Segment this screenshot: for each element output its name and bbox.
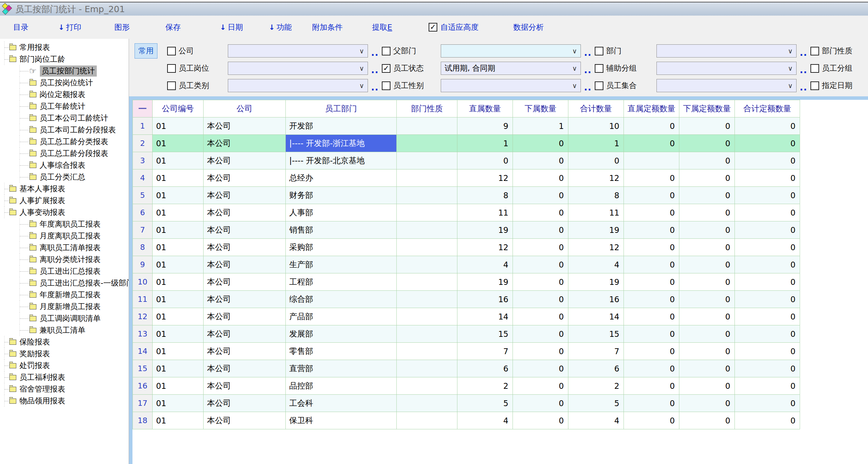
menu-item-5[interactable]: ↓日期 bbox=[220, 22, 243, 33]
filter-checkbox-r3c4[interactable] bbox=[810, 81, 819, 90]
cell-value-1[interactable]: 16 bbox=[457, 291, 513, 308]
row-number-cell[interactable]: 12 bbox=[133, 308, 153, 325]
cell-value-6[interactable]: 0 bbox=[735, 239, 800, 256]
cell-value-1[interactable]: 0 bbox=[457, 152, 513, 169]
cell-value-3[interactable]: 12 bbox=[568, 239, 624, 256]
cell-value-1[interactable]: 14 bbox=[457, 308, 513, 325]
tree-item-20[interactable]: 员工进出汇总报表 bbox=[0, 265, 129, 277]
cell-value-3[interactable]: 6 bbox=[568, 360, 624, 377]
tree-item-9[interactable]: 员工总工龄分类报表 bbox=[0, 136, 129, 148]
cell-value-2[interactable]: 0 bbox=[513, 343, 568, 360]
tree-item-18[interactable]: 离职员工清单报表 bbox=[0, 242, 129, 254]
cell-company-code[interactable]: 01 bbox=[153, 135, 204, 152]
cell-dept-nature[interactable] bbox=[397, 395, 457, 412]
row-number-cell[interactable]: 10 bbox=[133, 273, 153, 291]
cell-value-1[interactable]: 6 bbox=[457, 360, 513, 377]
tree-item-13[interactable]: 基本人事报表 bbox=[0, 183, 129, 195]
cell-value-6[interactable]: 0 bbox=[735, 169, 800, 187]
cell-company[interactable]: 本公司 bbox=[204, 412, 286, 429]
cell-value-1[interactable]: 12 bbox=[457, 169, 513, 187]
cell-value-3[interactable]: 12 bbox=[568, 169, 624, 187]
cell-value-6[interactable]: 0 bbox=[735, 412, 800, 429]
filter-checkbox-r3c3[interactable] bbox=[595, 81, 603, 90]
filter-checkbox-r1c2[interactable] bbox=[382, 47, 390, 55]
browse-dots-button[interactable]: .. bbox=[581, 44, 595, 58]
cell-department[interactable]: 保卫科 bbox=[286, 412, 397, 429]
cell-department[interactable]: 财务部 bbox=[286, 187, 397, 204]
cell-value-5[interactable]: 0 bbox=[679, 273, 735, 291]
cell-value-5[interactable]: 0 bbox=[679, 360, 735, 377]
cell-value-5[interactable]: 0 bbox=[679, 204, 735, 221]
cell-company-code[interactable]: 01 bbox=[153, 221, 204, 239]
cell-value-3[interactable]: 5 bbox=[568, 395, 624, 412]
row-number-cell[interactable]: 2 bbox=[133, 135, 153, 152]
cell-value-5[interactable]: 0 bbox=[679, 117, 735, 135]
cell-department[interactable]: 开发部 bbox=[286, 117, 397, 135]
cell-company[interactable]: 本公司 bbox=[204, 152, 286, 169]
cell-value-4[interactable]: 0 bbox=[624, 291, 679, 308]
cell-value-3[interactable]: 8 bbox=[568, 187, 624, 204]
cell-department[interactable]: 人事部 bbox=[286, 204, 397, 221]
tree-item-10[interactable]: 员工总工龄分段报表 bbox=[0, 148, 129, 159]
cell-value-5[interactable]: 0 bbox=[679, 239, 735, 256]
cell-company-code[interactable]: 01 bbox=[153, 343, 204, 360]
cell-value-4[interactable]: 0 bbox=[624, 325, 679, 343]
tree-item-19[interactable]: 离职分类统计报表 bbox=[0, 254, 129, 265]
cell-dept-nature[interactable] bbox=[397, 135, 457, 152]
cell-value-3[interactable]: 4 bbox=[568, 412, 624, 429]
cell-company-code[interactable]: 01 bbox=[153, 117, 204, 135]
cell-company-code[interactable]: 01 bbox=[153, 360, 204, 377]
cell-value-4[interactable]: 0 bbox=[624, 412, 679, 429]
cell-company-code[interactable]: 01 bbox=[153, 325, 204, 343]
filter-checkbox-r2c3[interactable] bbox=[595, 64, 603, 73]
cell-value-5[interactable]: 0 bbox=[679, 169, 735, 187]
cell-department[interactable]: 直营部 bbox=[286, 360, 397, 377]
adaptive-height-checkbox[interactable]: ✓ bbox=[429, 23, 437, 32]
tree-item-2[interactable]: 部门岗位工龄 bbox=[0, 53, 129, 65]
cell-value-4[interactable]: 0 bbox=[624, 169, 679, 187]
cell-value-2[interactable]: 0 bbox=[513, 273, 568, 291]
row-number-cell[interactable]: 4 bbox=[133, 169, 153, 187]
cell-dept-nature[interactable] bbox=[397, 291, 457, 308]
cell-value-6[interactable]: 0 bbox=[735, 256, 800, 273]
cell-dept-nature[interactable] bbox=[397, 256, 457, 273]
cell-value-6[interactable]: 0 bbox=[735, 360, 800, 377]
filter-dropdown-r2c3[interactable]: ∨ bbox=[656, 62, 797, 75]
cell-company[interactable]: 本公司 bbox=[204, 273, 286, 291]
cell-company[interactable]: 本公司 bbox=[204, 308, 286, 325]
row-number-cell[interactable]: 16 bbox=[133, 377, 153, 395]
cell-company-code[interactable]: 01 bbox=[153, 291, 204, 308]
cell-dept-nature[interactable] bbox=[397, 325, 457, 343]
cell-dept-nature[interactable] bbox=[397, 308, 457, 325]
cell-value-4[interactable]: 0 bbox=[624, 117, 679, 135]
cell-value-3[interactable]: 0 bbox=[568, 152, 624, 169]
cell-company-code[interactable]: 01 bbox=[153, 308, 204, 325]
tree-item-31[interactable]: 物品领用报表 bbox=[0, 395, 129, 407]
menu-item-3[interactable]: 图形 bbox=[114, 22, 130, 33]
browse-dots-button[interactable]: .. bbox=[797, 44, 810, 58]
cell-value-6[interactable]: 0 bbox=[735, 273, 800, 291]
tree-item-7[interactable]: 员工本公司工龄统计 bbox=[0, 112, 129, 124]
cell-department[interactable]: 采购部 bbox=[286, 239, 397, 256]
cell-department[interactable]: |---- 开发部-北京基地 bbox=[286, 152, 397, 169]
filter-dropdown-r2c2[interactable]: 试用期, 合同期∨ bbox=[441, 62, 581, 75]
tree-item-24[interactable]: 员工调岗调职清单 bbox=[0, 313, 129, 324]
cell-company[interactable]: 本公司 bbox=[204, 395, 286, 412]
menu-item-8[interactable]: 提取E bbox=[372, 22, 392, 33]
cell-company[interactable]: 本公司 bbox=[204, 256, 286, 273]
filter-dropdown-r3c1[interactable]: ∨ bbox=[228, 79, 368, 92]
cell-value-6[interactable]: 0 bbox=[735, 325, 800, 343]
cell-company-code[interactable]: 01 bbox=[153, 412, 204, 429]
filter-dropdown-r3c3[interactable]: ∨ bbox=[656, 79, 797, 92]
row-number-cell[interactable]: 11 bbox=[133, 291, 153, 308]
cell-dept-nature[interactable] bbox=[397, 117, 457, 135]
cell-value-4[interactable]: 0 bbox=[624, 135, 679, 152]
cell-value-2[interactable]: 1 bbox=[513, 117, 568, 135]
cell-company[interactable]: 本公司 bbox=[204, 377, 286, 395]
tree-item-4[interactable]: 员工按岗位统计 bbox=[0, 77, 129, 89]
cell-department[interactable]: 工会科 bbox=[286, 395, 397, 412]
cell-value-3[interactable]: 11 bbox=[568, 204, 624, 221]
row-number-cell[interactable]: 14 bbox=[133, 343, 153, 360]
tree-item-16[interactable]: 年度离职员工报表 bbox=[0, 218, 129, 230]
tree-item-23[interactable]: 月度新增员工报表 bbox=[0, 301, 129, 313]
